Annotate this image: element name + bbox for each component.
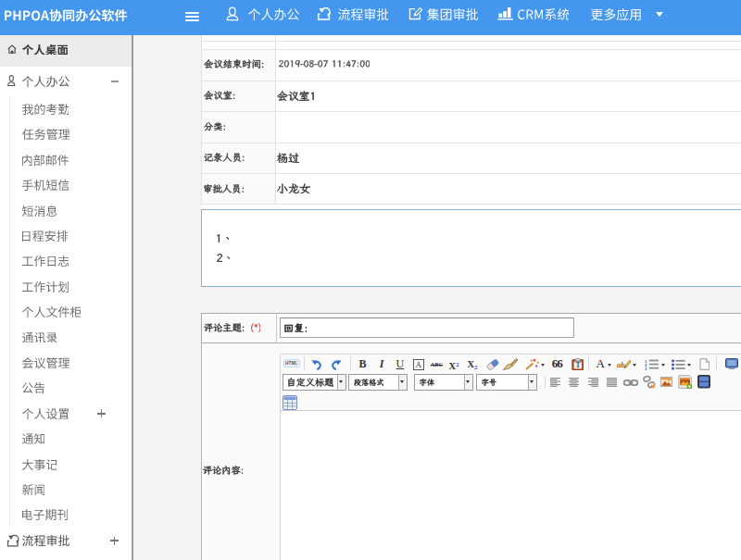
svg-text:3: 3 (645, 367, 647, 370)
svg-text:T: T (575, 361, 580, 369)
svg-text:?: ? (651, 383, 654, 389)
svg-text:ab: ab (617, 360, 625, 369)
